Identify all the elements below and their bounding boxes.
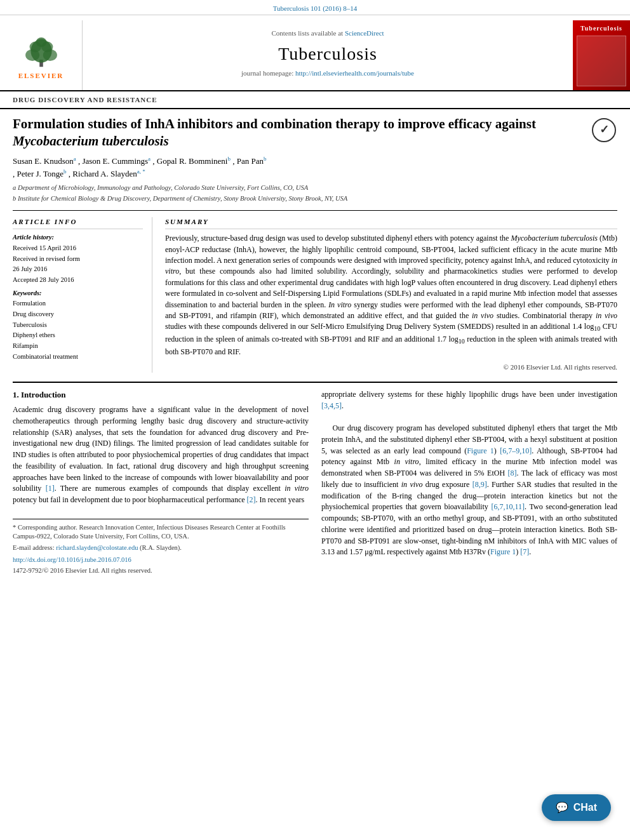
- journal-center-info: Contents lists available at ScienceDirec…: [83, 20, 573, 90]
- ref-link-1[interactable]: [1]: [46, 484, 55, 493]
- keyword-6: Combinatorial treatment: [13, 352, 143, 362]
- footnote-email: E-mail address: richard.slayden@colostat…: [13, 543, 309, 553]
- summary-text: Previously, structure-based drug design …: [165, 233, 617, 357]
- author-3-sup: b: [227, 156, 231, 162]
- history-label: Article history:: [13, 233, 143, 243]
- crossmark-badge: ✓: [592, 118, 617, 143]
- journal-reference: Tuberculosis 101 (2016) 8–14: [0, 0, 630, 15]
- keywords-label: Keywords:: [13, 289, 143, 298]
- article-title: Formulation studies of InhA inhibitors a…: [13, 116, 546, 150]
- author-2: , Jason E. Cummings: [78, 157, 148, 166]
- author-5: , Peter J. Tonge: [13, 169, 64, 178]
- contents-available-text: Contents lists available at ScienceDirec…: [271, 29, 384, 38]
- sciencedirect-link[interactable]: ScienceDirect: [345, 29, 384, 37]
- author-2-sup: a: [148, 156, 151, 162]
- article-info-column: Article info Article history: Received 1…: [13, 217, 152, 373]
- affiliation-b: b Institute for Chemical Biology & Drug …: [13, 194, 617, 204]
- author-1: Susan E. Knudson: [13, 157, 74, 166]
- author-3: , Gopal R. Bommineni: [152, 157, 227, 166]
- summary-heading: SUMMARY: [165, 217, 617, 229]
- intro-text-col2: appropriate delivery systems for these h…: [321, 389, 617, 558]
- ref-link-2[interactable]: [2]: [247, 495, 256, 504]
- ref-link-4[interactable]: [6,7–9,10]: [500, 446, 532, 455]
- elsevier-logo: ELSEVIER: [0, 20, 83, 90]
- footnote-corresponding: * Corresponding author. Research Innovat…: [13, 523, 309, 542]
- author-5-sup: b: [64, 168, 67, 175]
- author-6-sup: a, *: [137, 168, 145, 175]
- fig1-link[interactable]: Figure 1: [467, 446, 494, 455]
- author-6: , Richard A. Slayden: [69, 169, 137, 178]
- received-date: Received 15 April 2016: [13, 244, 143, 253]
- email-link[interactable]: richard.slayden@colostate.edu: [56, 544, 138, 551]
- cover-title-text: Tuberculosis: [580, 24, 622, 33]
- doi-line: http://dx.doi.org/10.1016/j.tube.2016.07…: [13, 556, 309, 565]
- keywords-list: Formulation Drug discovery Tuberculosis …: [13, 299, 143, 361]
- journal-homepage-line: journal homepage: http://intl.elsevierhe…: [241, 69, 414, 78]
- keyword-1: Formulation: [13, 299, 143, 309]
- journal-cover: Tuberculosis: [573, 20, 630, 90]
- chat-button[interactable]: 💬 CHat: [542, 794, 611, 821]
- affiliations: a Department of Microbiology, Immunology…: [13, 183, 617, 203]
- article-type-label: DRUG DISCOVERY AND RESISTANCE: [0, 91, 630, 109]
- keyword-4: Diphenyl ethers: [13, 331, 143, 340]
- accepted-date: Accepted 28 July 2016: [13, 276, 143, 285]
- footnote-area: * Corresponding author. Research Innovat…: [13, 519, 309, 575]
- chat-icon: 💬: [556, 801, 568, 815]
- keyword-2: Drug discovery: [13, 310, 143, 319]
- author-4-sup: b: [264, 156, 267, 162]
- keyword-3: Tuberculosis: [13, 321, 143, 330]
- revised-date: 26 July 2016: [13, 265, 143, 274]
- article-main: Formulation studies of InhA inhibitors a…: [0, 109, 630, 582]
- chat-label: CHat: [573, 801, 597, 815]
- article-title-row: Formulation studies of InhA inhibitors a…: [13, 116, 617, 150]
- ref-link-8[interactable]: [7]: [520, 547, 529, 556]
- doi-link[interactable]: http://dx.doi.org/10.1016/j.tube.2016.07…: [13, 556, 131, 563]
- issn-line: 1472-9792/© 2016 Elsevier Ltd. All right…: [13, 566, 309, 576]
- author-4: , Pan Pan: [232, 157, 264, 166]
- journal-header: ELSEVIER Contents lists available at Sci…: [0, 15, 630, 91]
- journal-title: Tuberculosis: [278, 41, 377, 66]
- homepage-link[interactable]: http://intl.elsevierhealth.com/journals/…: [295, 69, 414, 77]
- author-1-sup: a: [74, 156, 76, 162]
- divider-2: [13, 382, 617, 383]
- intro-text-col1: Academic drug discovery programs have a …: [13, 404, 309, 506]
- intro-col-right: appropriate delivery systems for these h…: [321, 389, 617, 575]
- revised-label: Received in revised form: [13, 255, 143, 264]
- intro-heading: 1. Introduction: [13, 389, 309, 401]
- copyright-line: © 2016 Elsevier Ltd. All rights reserved…: [165, 363, 617, 372]
- svg-point-6: [36, 37, 46, 47]
- keyword-5: Rifampin: [13, 342, 143, 351]
- cover-image: [577, 36, 626, 86]
- intro-col-left: 1. Introduction Academic drug discovery …: [13, 389, 309, 575]
- ref-link-3[interactable]: [3,4,5]: [321, 401, 342, 410]
- authors-line: Susan E. Knudsona , Jason E. Cummingsa ,…: [13, 155, 617, 180]
- ref-link-6[interactable]: [8,9]: [473, 480, 487, 489]
- body-columns: 1. Introduction Academic drug discovery …: [13, 389, 617, 575]
- summary-column: SUMMARY Previously, structure-based drug…: [165, 217, 617, 373]
- crossmark-icon: ✓: [592, 118, 616, 142]
- info-summary-columns: Article info Article history: Received 1…: [13, 217, 617, 373]
- affiliation-a: a Department of Microbiology, Immunology…: [13, 183, 617, 193]
- ref-link-5[interactable]: [8]: [508, 469, 517, 477]
- ref-link-7[interactable]: [6,7,10,11]: [491, 502, 525, 511]
- divider-1: [13, 210, 617, 211]
- fig1-link-2[interactable]: Figure 1: [490, 547, 516, 556]
- elsevier-brand-text: ELSEVIER: [18, 71, 64, 81]
- article-info-heading: Article info: [13, 217, 143, 229]
